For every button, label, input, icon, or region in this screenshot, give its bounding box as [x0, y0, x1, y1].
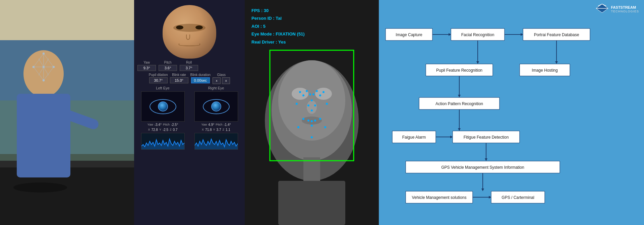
right-y-value: 3.7	[217, 128, 221, 132]
face-mouth	[179, 44, 200, 46]
panel-tracking: Yaw 9.3° Pitch 3.6° Roll 3.7° Pupil dila…	[134, 0, 245, 225]
yaw-label: Yaw	[143, 61, 150, 64]
pitch-value: 3.6°	[159, 65, 177, 71]
fps-text: FPS : 30	[251, 7, 305, 14]
roll-group: Roll 3.7°	[180, 61, 198, 71]
glass-btn-x2[interactable]: x	[222, 77, 230, 84]
panel-thermal: Camera ! Attentive Awake	[245, 0, 379, 225]
left-eye-pupil	[158, 101, 168, 111]
pitch-label: Pitch	[164, 61, 171, 64]
real-driver-text: Real Driver : Yes	[251, 38, 305, 46]
svg-marker-108	[481, 189, 484, 191]
metrics-row: Pupil dilation 30.7° Blink rate 15.0° Bl…	[137, 73, 241, 84]
svg-marker-96	[458, 128, 461, 131]
svg-point-66	[326, 103, 328, 105]
eye-mode-text: Eye Mode : FIXATION (51)	[251, 30, 305, 38]
right-eye-label: Right Eye	[208, 86, 224, 90]
svg-point-49	[316, 90, 318, 92]
svg-point-59	[302, 118, 304, 120]
yaw-value: 9.3°	[137, 65, 156, 71]
left-x-value: 72.8	[151, 128, 158, 132]
svg-point-40	[292, 88, 308, 100]
svg-point-64	[311, 125, 313, 127]
svg-text:Image Hosting: Image Hosting	[532, 68, 558, 73]
svg-point-63	[319, 118, 321, 120]
right-z-value: 1.1	[226, 128, 230, 132]
person-id-text: Person ID : Tal	[251, 14, 305, 22]
logo-line1: FASTSTREAM	[611, 5, 639, 10]
pupil-dilation-group: Pupil dilation 30.7°	[149, 73, 168, 84]
blink-rate-group: Blink rate 15.0°	[170, 73, 188, 84]
svg-rect-44	[303, 157, 320, 184]
left-eye-xyz: X 72.8 Y -2.5 Z 0.7	[148, 128, 177, 132]
svg-point-62	[314, 120, 316, 122]
blink-duration-group: Blink duration 0.00sec	[190, 73, 211, 84]
left-yaw-label: Yaw	[148, 123, 153, 127]
svg-marker-84	[476, 61, 479, 64]
left-eye-label: Left Eye	[156, 86, 169, 90]
svg-point-53	[312, 93, 314, 95]
svg-rect-7	[17, 94, 70, 177]
svg-point-17	[43, 79, 45, 81]
svg-text:Image Capture: Image Capture	[396, 32, 422, 37]
face-eye-left	[176, 25, 183, 29]
logo-icon-svg	[595, 3, 609, 15]
left-y-label: Y	[159, 128, 161, 132]
left-eye-panel: Left Eye Yaw -3.4° Pitch -2.5° X 72.8 Y …	[137, 86, 188, 150]
blink-rate-value: 15.0°	[170, 77, 188, 83]
svg-point-55	[311, 99, 313, 101]
svg-point-15	[33, 66, 35, 68]
pupil-dilation-value: 30.7°	[149, 77, 168, 83]
svg-point-42	[307, 100, 317, 114]
svg-text:Portrai Feature Database: Portrai Feature Database	[534, 32, 579, 37]
right-eye-pupil	[211, 101, 221, 111]
svg-point-48	[306, 90, 308, 92]
logo-text: FASTSTREAM TECHNOLOGIES	[611, 5, 639, 13]
glass-btn-x1[interactable]: x	[213, 77, 221, 84]
right-yaw-value: 4.9°	[208, 123, 214, 127]
svg-text:Pupil Feature Recognition: Pupil Feature Recognition	[436, 68, 482, 73]
svg-point-57	[314, 104, 316, 106]
svg-point-52	[309, 93, 311, 95]
svg-text:Vehicle Management solutions: Vehicle Management solutions	[412, 195, 467, 200]
thermal-info-overlay: FPS : 30 Person ID : Tal AOI : 5 Eye Mod…	[251, 7, 305, 46]
face-eye-right	[195, 25, 203, 29]
left-yaw-value: -3.4°	[155, 123, 162, 127]
face-nose	[186, 34, 190, 40]
flowchart-svg: Image Capture Facial Recognition Portrai…	[382, 18, 644, 225]
svg-point-61	[311, 120, 313, 122]
svg-point-41	[315, 88, 332, 100]
svg-point-56	[307, 104, 309, 106]
svg-point-50	[323, 91, 325, 93]
svg-text:Faigue Alarm: Faigue Alarm	[402, 135, 426, 140]
svg-rect-45	[278, 181, 345, 225]
blink-rate-label: Blink rate	[172, 73, 186, 77]
left-x-label: X	[148, 128, 150, 132]
car-scene-svg	[0, 0, 134, 225]
roll-label: Roll	[186, 61, 192, 64]
panel-flowchart: FASTSTREAM TECHNOLOGIES Image Capture Fa…	[379, 0, 644, 225]
glass-buttons: x x	[213, 77, 230, 84]
right-yaw-label: Yaw	[201, 123, 207, 127]
aoi-text: AOI : 5	[251, 22, 305, 30]
right-eye-graphic	[203, 99, 230, 114]
left-pitch-label: Pitch	[163, 123, 170, 127]
faststream-logo: FASTSTREAM TECHNOLOGIES	[595, 3, 639, 15]
svg-point-4	[13, 182, 67, 193]
left-eye-graphic	[150, 99, 176, 114]
right-eye-box	[194, 91, 238, 122]
svg-point-14	[43, 53, 45, 55]
face-3d-model	[163, 5, 216, 59]
svg-point-68	[324, 126, 326, 128]
blink-duration-value: 0.00sec	[191, 77, 210, 83]
blink-duration-label: Blink duration	[190, 73, 211, 77]
svg-rect-1	[0, 0, 134, 40]
pupil-dilation-label: Pupil dilation	[149, 73, 168, 77]
logo-line2: TECHNOLOGIES	[611, 10, 639, 13]
svg-point-67	[297, 126, 299, 128]
svg-point-54	[319, 94, 321, 96]
svg-marker-104	[485, 158, 487, 161]
car-interior-bg	[0, 0, 134, 225]
svg-point-69	[311, 136, 313, 138]
pitch-group: Pitch 3.6°	[159, 61, 177, 71]
